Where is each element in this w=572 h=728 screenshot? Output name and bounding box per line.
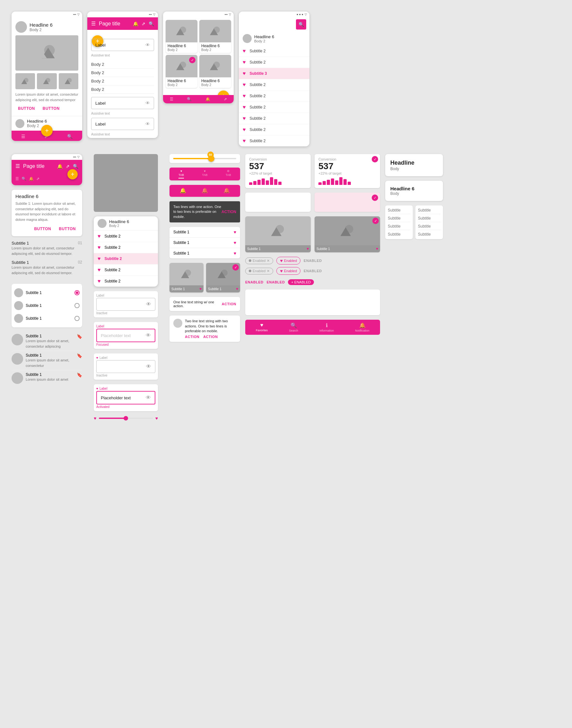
notif-bell2[interactable]: 🔔: [202, 188, 208, 194]
nav-menu-icon[interactable]: ☰: [21, 134, 25, 139]
toolbar-menu[interactable]: ☰: [15, 176, 19, 181]
subtitle-btn2[interactable]: BUTTON: [56, 225, 78, 232]
pill-x2[interactable]: ✕: [267, 269, 270, 273]
list-item1[interactable]: ♥ Subtitle 2: [239, 46, 309, 57]
chl-item2[interactable]: Subtitle 1 ♥: [169, 237, 240, 248]
radio-item3[interactable]: Subtitle 1: [14, 312, 80, 325]
list-item6[interactable]: ♥ Subtitle 2: [239, 102, 309, 113]
heart-activated-icon: ♥: [96, 387, 98, 390]
hl-item5[interactable]: ♥ Subtitle 2: [94, 276, 158, 287]
chl-heart2[interactable]: ♥: [234, 240, 236, 245]
bk-icon1[interactable]: 🔖: [77, 334, 82, 339]
list-item8[interactable]: ♥ Subtitle 2: [239, 124, 309, 136]
eye-icon-activated[interactable]: 👁: [146, 395, 151, 401]
img-overlay-heart2[interactable]: ♥: [376, 246, 378, 251]
pill-pink2[interactable]: ♥ Enabled: [276, 267, 300, 275]
eye-icon-focused[interactable]: 👁: [146, 333, 151, 338]
pill-x1[interactable]: ✕: [267, 259, 270, 263]
menu-icon[interactable]: ☰: [91, 20, 96, 27]
nav-icon1[interactable]: ☰: [170, 97, 173, 101]
input-field3[interactable]: Label 👁: [91, 118, 154, 130]
img-overlay-heart1[interactable]: ♥: [306, 246, 309, 251]
nav-notification[interactable]: 🔔 Notification: [355, 322, 369, 332]
img-heart2[interactable]: ♥: [236, 287, 238, 291]
slider-track[interactable]: [99, 418, 152, 419]
input-inactive-field[interactable]: 👁: [96, 298, 155, 311]
tab-item3[interactable]: ⚙ TAB: [226, 169, 231, 178]
slider-thumb[interactable]: [124, 416, 128, 421]
two-line-btn2[interactable]: ACTION: [203, 335, 218, 339]
nav-icon2[interactable]: 🔍: [187, 97, 192, 101]
input-field2[interactable]: Label 👁: [91, 97, 154, 109]
tab-item2[interactable]: ♥ TAB: [202, 169, 208, 178]
btn2[interactable]: BUTTON: [40, 105, 62, 112]
notif-bell1[interactable]: 🔔: [180, 188, 186, 194]
eye-icon-heart[interactable]: 👁: [146, 364, 151, 369]
pill-pink1[interactable]: ♥ Enabled: [276, 257, 300, 265]
pill-outline1[interactable]: Enabled ✕: [245, 258, 273, 264]
enabled-btn2[interactable]: ENABLED: [267, 280, 285, 284]
bk-icon3[interactable]: 🔖: [77, 372, 82, 377]
search-btn[interactable]: 🔍: [296, 19, 306, 29]
menu-icon2[interactable]: ☰: [15, 163, 20, 169]
radio-btn3[interactable]: [74, 316, 80, 321]
eye-icon1[interactable]: 👁: [145, 43, 150, 48]
enabled-btn1[interactable]: ENABLED: [245, 280, 264, 284]
chl-heart1[interactable]: ♥: [234, 229, 236, 235]
bk-icon2[interactable]: 🔖: [77, 353, 82, 358]
subtitle-btn1[interactable]: BUTTON: [31, 225, 54, 232]
hl-item2[interactable]: ♥ Subtitle 2: [94, 242, 158, 253]
input-focused-field[interactable]: Placeholder text 👁: [96, 329, 155, 342]
nav-icon3[interactable]: 🔔: [205, 97, 210, 101]
search-icon2[interactable]: 🔍: [73, 164, 78, 169]
eye-icon2[interactable]: 👁: [145, 100, 150, 105]
bell-icon[interactable]: 🔔: [133, 21, 138, 26]
nav-icon4[interactable]: ⇗: [224, 97, 227, 101]
toolbar-search[interactable]: 🔍: [21, 176, 26, 181]
pill-text2[interactable]: Enabled: [304, 269, 322, 273]
input-heart-field[interactable]: 👁: [96, 360, 155, 373]
nav-favorites[interactable]: ♥ Favorites: [256, 322, 268, 332]
eye-icon3[interactable]: 👁: [145, 121, 150, 127]
toolbar-share[interactable]: ⇗: [36, 176, 40, 181]
radio-btn2[interactable]: [74, 303, 80, 308]
btn1[interactable]: BUTTON: [15, 105, 38, 112]
list-item5[interactable]: ♥ Subtitle 2: [239, 90, 309, 102]
radio-btn1[interactable]: [74, 290, 80, 295]
tab-item1[interactable]: ♥ TAB: [178, 169, 184, 178]
enabled-btn-filled[interactable]: + ENABLED: [288, 279, 314, 285]
chl-item1[interactable]: Subtitle 1 ♥: [169, 227, 240, 237]
img-heart1[interactable]: ♥: [199, 287, 202, 291]
nav-search[interactable]: 🔍 Search: [289, 322, 298, 332]
bell-icon2[interactable]: 🔔: [57, 164, 63, 169]
list-item4[interactable]: ♥ Subtitle 2: [239, 79, 309, 90]
fab-button[interactable]: +: [41, 125, 53, 136]
input-field1[interactable]: Label 👁: [91, 39, 154, 51]
one-line-action-btn[interactable]: ACTION: [222, 302, 236, 306]
list-item7[interactable]: ♥ Subtitle 2: [239, 113, 309, 124]
snackbar-action[interactable]: ACTION: [221, 210, 236, 214]
fab3[interactable]: +: [67, 169, 78, 179]
hl-item4[interactable]: ♥ Subtitle 2: [94, 265, 158, 276]
list-item9[interactable]: ♥ Subtitle 2: [239, 136, 309, 146]
list-item3[interactable]: ♥ Subtitle 3: [239, 68, 309, 79]
nav-search-icon[interactable]: 🔍: [67, 134, 73, 139]
hl-item3[interactable]: ♥ Subtitle 2: [94, 253, 158, 265]
chl-item3[interactable]: Subtitle 1 ♥: [169, 248, 240, 259]
share-icon2[interactable]: ⇗: [66, 164, 70, 169]
two-line-btn1[interactable]: ACTION: [185, 335, 199, 339]
eye-icon-inactive[interactable]: 👁: [146, 301, 151, 307]
radio-item2[interactable]: Subtitle 1: [14, 299, 80, 312]
pill-outline2[interactable]: Enabled ✕: [245, 268, 273, 275]
pill-text1[interactable]: Enabled: [304, 259, 322, 263]
radio-item1[interactable]: Subtitle 1: [14, 286, 80, 299]
notif-bell3[interactable]: 🔔: [223, 188, 230, 194]
search-icon[interactable]: 🔍: [149, 21, 154, 26]
input-activated-field[interactable]: Placeholder text 👁: [96, 391, 155, 405]
chl-heart3[interactable]: ♥: [234, 251, 236, 256]
list-item2[interactable]: ♥ Subtitle 2: [239, 57, 309, 68]
share-icon[interactable]: ⇗: [142, 21, 145, 26]
nav-information[interactable]: ℹ Information: [319, 322, 334, 332]
toolbar-bell[interactable]: 🔔: [29, 176, 34, 181]
hl-item1[interactable]: ♥ Subtitle 2: [94, 231, 158, 242]
